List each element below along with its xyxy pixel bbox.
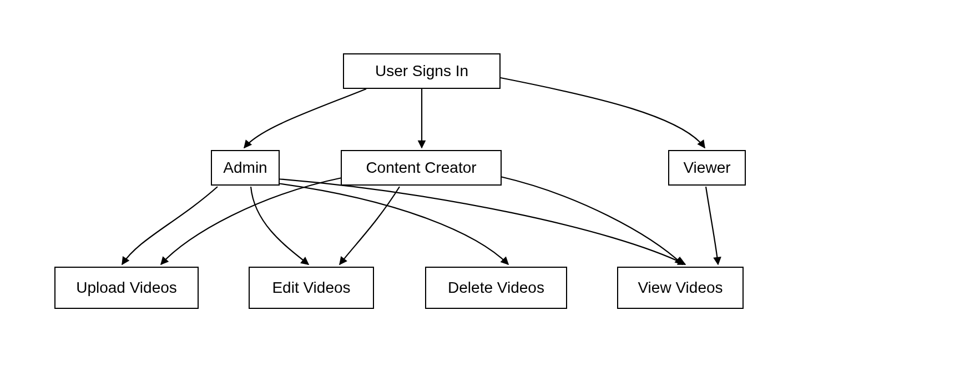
node-viewer: Viewer [668, 150, 746, 186]
edge-root-admin [244, 89, 366, 148]
node-user-signs-in: User Signs In [343, 53, 501, 89]
node-label: Delete Videos [448, 278, 544, 297]
edge-admin-upload [122, 187, 218, 264]
node-view-videos: View Videos [617, 267, 744, 309]
node-upload-videos: Upload Videos [54, 267, 199, 309]
edge-admin-delete [277, 183, 508, 264]
node-label: Edit Videos [272, 278, 350, 297]
node-label: Content Creator [366, 158, 476, 177]
node-content-creator: Content Creator [341, 150, 502, 186]
edge-admin-edit [251, 187, 309, 264]
edge-root-viewer [501, 78, 705, 148]
edge-viewer-view [706, 187, 718, 264]
diagram-stage: User Signs In Admin Content Creator View… [0, 0, 980, 380]
node-delete-videos: Delete Videos [425, 267, 567, 309]
node-label: Admin [223, 158, 267, 177]
edge-creator-edit [340, 187, 400, 264]
node-admin: Admin [211, 150, 280, 186]
node-label: Upload Videos [76, 278, 177, 297]
node-label: Viewer [683, 158, 730, 177]
edge-admin-view [277, 179, 685, 264]
node-label: User Signs In [375, 62, 468, 81]
node-edit-videos: Edit Videos [249, 267, 374, 309]
edge-creator-view [501, 177, 683, 264]
edge-creator-upload [161, 178, 342, 264]
node-label: View Videos [638, 278, 723, 297]
